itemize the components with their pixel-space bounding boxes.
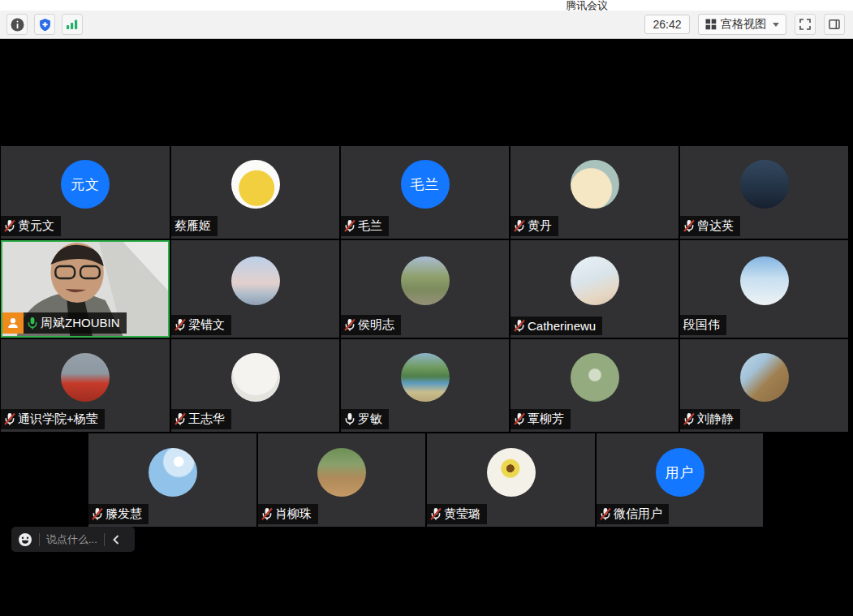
participant-name: 肖柳珠 — [275, 506, 312, 522]
avatar-mountain-valley-photo — [401, 256, 450, 305]
participant-tile[interactable]: 覃柳芳 — [511, 339, 679, 432]
avatar-sunny-sky-photo — [149, 448, 197, 497]
name-tag: 毛兰 — [341, 216, 389, 236]
mic-muted-icon — [514, 219, 525, 233]
meeting-window: 腾讯会议 — [0, 0, 853, 616]
mic-muted-icon — [344, 318, 355, 332]
participant-name: 微信用户 — [614, 506, 662, 522]
toolbar-right-group: 26:42 宫格视图 — [644, 14, 847, 35]
chat-quick-bar: 说点什么... — [11, 527, 135, 552]
participant-tile[interactable]: 梁错文 — [171, 240, 339, 338]
participant-name: 梁错文 — [188, 317, 225, 333]
avatar-woman-portrait-photo — [571, 256, 619, 305]
participant-tile[interactable]: 滕发慧 — [88, 433, 256, 527]
participant-tile[interactable]: 通识学院+杨莹 — [1, 339, 170, 432]
video-grid-stage: 元文 黄元文蔡雁姬毛兰 毛兰 黄丹 曾达英 — [0, 39, 853, 616]
participant-tile[interactable]: 王志华 — [171, 339, 339, 432]
security-button[interactable] — [34, 14, 55, 35]
divider — [104, 533, 105, 546]
participant-tile[interactable]: 用户 微信用户 — [597, 433, 763, 527]
meeting-info-button[interactable] — [6, 14, 28, 35]
participant-name: 罗敏 — [358, 411, 382, 427]
mic-muted-icon — [514, 412, 525, 426]
participant-name: 毛兰 — [358, 218, 382, 234]
participant-tile[interactable]: 黄丹 — [511, 146, 679, 239]
mic-muted-icon — [683, 412, 695, 426]
participant-label: 曾达英 — [680, 216, 740, 236]
mic-muted-icon — [174, 318, 186, 332]
name-tag: Catherinewu — [511, 317, 602, 335]
participant-label: 刘静静 — [680, 409, 740, 429]
participant-label: 微信用户 — [597, 504, 669, 524]
layout-view-button[interactable]: 宫格视图 — [698, 14, 786, 35]
name-tag: 侯明志 — [341, 315, 401, 335]
avatar-child-in-red-photo — [61, 353, 110, 402]
side-panel-toggle-button[interactable] — [824, 14, 845, 35]
participant-tile[interactable]: 罗敏 — [341, 339, 509, 432]
avatar-girl-with-flowers-cartoon — [740, 353, 789, 402]
participant-label: 黄元文 — [1, 216, 61, 236]
participant-name: 黄元文 — [18, 218, 54, 234]
participant-label: 黄莹璐 — [427, 504, 487, 524]
fullscreen-icon — [799, 18, 812, 31]
mic-muted-icon — [600, 507, 611, 521]
participant-tile[interactable]: 刘静静 — [680, 339, 848, 432]
participant-label: 黄丹 — [511, 216, 558, 236]
participant-tile[interactable]: 黄莹璐 — [427, 433, 595, 527]
mic-muted-icon — [4, 219, 15, 233]
participant-tile[interactable]: 毛兰 毛兰 — [341, 146, 509, 239]
name-tag: 刘静静 — [680, 409, 740, 429]
participant-name: 刘静静 — [697, 411, 734, 427]
mic-muted-icon — [174, 412, 186, 426]
name-tag: 王志华 — [171, 409, 231, 429]
participant-label: 肖柳珠 — [258, 504, 318, 524]
chat-input-placeholder[interactable]: 说点什么... — [46, 532, 97, 547]
divider — [39, 533, 40, 546]
meeting-timer: 26:42 — [644, 15, 690, 34]
participant-tile[interactable]: 元文 黄元文 — [1, 146, 170, 239]
meeting-toolbar: 26:42 宫格视图 — [0, 11, 853, 39]
participant-name: 王志华 — [188, 411, 225, 427]
participant-label: 王志华 — [171, 409, 231, 429]
smiley-icon[interactable] — [18, 532, 32, 547]
host-badge — [2, 312, 24, 334]
participant-tile[interactable]: 周斌ZHOUBIN — [1, 240, 170, 338]
participant-name: 覃柳芳 — [528, 411, 564, 427]
name-tag: 蔡雁姬 — [171, 216, 218, 236]
participant-tile[interactable]: 曾达英 — [680, 146, 848, 239]
participant-tile[interactable]: 肖柳珠 — [258, 433, 425, 527]
name-tag: 覃柳芳 — [511, 409, 571, 429]
participant-name: 黄丹 — [528, 218, 552, 234]
participant-tile[interactable]: Catherinewu — [511, 240, 679, 338]
network-status-button[interactable] — [62, 14, 83, 35]
participant-tile[interactable]: 侯明志 — [341, 240, 509, 338]
participant-tile[interactable]: 蔡雁姬 — [171, 146, 339, 239]
member-icon — [6, 317, 19, 330]
mic-muted-icon — [92, 507, 103, 521]
network-signal-icon — [66, 19, 79, 30]
participant-label: 蔡雁姬 — [171, 216, 218, 236]
avatar-pikachu-cartoon — [231, 160, 280, 209]
name-tag: 曾达英 — [680, 216, 740, 236]
mic-muted-icon — [4, 412, 15, 426]
participant-tile[interactable]: 段国伟 — [680, 240, 848, 338]
chevron-left-icon[interactable] — [111, 534, 121, 545]
avatar-initials: 毛兰 — [401, 160, 450, 209]
mic-icon — [27, 317, 38, 330]
chevron-down-icon — [773, 23, 779, 27]
mic-icon — [344, 412, 355, 426]
fullscreen-button[interactable] — [795, 14, 816, 35]
participant-label: 罗敏 — [341, 409, 389, 429]
app-title: 腾讯会议 — [566, 0, 608, 11]
name-tag: 周斌ZHOUBIN — [2, 312, 127, 334]
name-tag: 罗敏 — [341, 409, 389, 429]
participant-name: 段国伟 — [683, 317, 720, 333]
name-tag: 黄元文 — [1, 216, 61, 236]
avatar-polar-bear-cartoon — [740, 256, 789, 305]
avatar-initials: 用户 — [656, 448, 704, 497]
avatar-hamster-photo — [571, 160, 619, 209]
mic-muted-icon — [261, 507, 273, 521]
participant-label: 毛兰 — [341, 216, 389, 236]
avatar-horse-on-beach-dusk — [231, 256, 280, 305]
toolbar-left-group — [6, 14, 83, 35]
